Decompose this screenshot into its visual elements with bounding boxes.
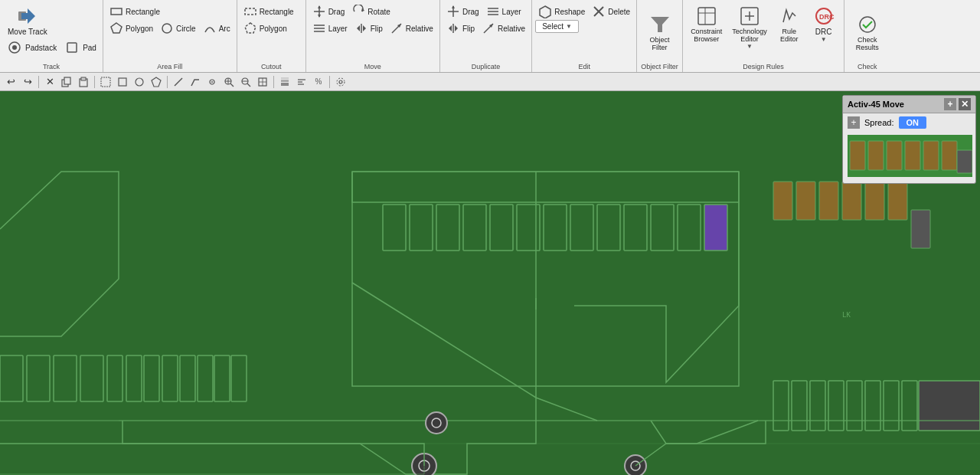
svg-rect-46: [119, 78, 126, 86]
panel-expand-button[interactable]: +: [944, 98, 956, 110]
circle-af-button[interactable]: Circle: [157, 20, 199, 37]
rule-editor-button[interactable]: RuleEditor: [773, 3, 806, 51]
sub-btn-zoom-in[interactable]: [221, 74, 237, 90]
panel-close-button[interactable]: ✕: [959, 98, 971, 110]
polygon-cut-button[interactable]: Polygon: [240, 20, 290, 37]
polygon-cut-icon: [243, 21, 257, 35]
svg-rect-5: [111, 8, 122, 15]
svg-rect-131: [957, 150, 972, 173]
sub-btn-sel-all[interactable]: [98, 74, 113, 90]
sub-btn-cut[interactable]: ✕: [42, 74, 57, 90]
svg-line-49: [175, 78, 182, 86]
svg-marker-26: [449, 25, 452, 31]
sub-btn-1[interactable]: ↪: [20, 74, 35, 90]
rotate-move-icon: [351, 5, 365, 18]
sub-btn-via[interactable]: [204, 74, 220, 90]
flip-move-icon: [354, 21, 368, 35]
pcb-canvas[interactable]: LK • Activ-45 Move + ✕ + Spread: ON: [0, 91, 980, 475]
svg-line-58: [247, 84, 250, 87]
sub-btn-poly-sel[interactable]: [149, 74, 164, 90]
svg-rect-129: [923, 141, 939, 170]
check-results-icon: [856, 13, 879, 36]
check-results-button[interactable]: CheckResults: [851, 11, 884, 53]
constraint-browser-button[interactable]: ConstraintBrowser: [686, 3, 727, 51]
svg-rect-8: [245, 8, 256, 15]
sub-btn-paste[interactable]: [76, 74, 91, 90]
spread-toggle-button[interactable]: ON: [899, 116, 927, 129]
rectangle-af-button[interactable]: Rectangle: [106, 3, 163, 20]
sub-btn-layers[interactable]: [277, 74, 292, 90]
via-1: [426, 412, 447, 434]
delete-button[interactable]: Delete: [589, 3, 633, 20]
padstack-button[interactable]: Padstack: [3, 38, 60, 57]
sub-btn-props[interactable]: [294, 74, 309, 90]
edit-group: Reshape Delete Select ▼ Edit: [532, 0, 637, 72]
select-button[interactable]: Select ▼: [535, 20, 579, 33]
sub-btn-rect-sel[interactable]: [115, 74, 130, 90]
arc-af-button[interactable]: Arc: [200, 20, 234, 37]
drc-button[interactable]: DRC DRC ▼: [807, 3, 841, 51]
rule-editor-icon: [778, 5, 801, 28]
drag-dup-button[interactable]: Drag: [443, 3, 482, 20]
svg-rect-89: [888, 182, 907, 220]
sub-btn-route[interactable]: [188, 74, 203, 90]
technology-editor-button[interactable]: TechnologyEditor ▼: [727, 3, 772, 51]
rotate-move-button[interactable]: Rotate: [348, 3, 393, 20]
relative-move-button[interactable]: Relative: [387, 20, 436, 37]
sub-sep-4: [329, 76, 330, 88]
drc-icon: DRC: [812, 5, 835, 28]
sub-btn-circ-sel[interactable]: [132, 74, 147, 90]
polygon-af-icon: [109, 21, 123, 35]
svg-marker-48: [152, 77, 161, 87]
technology-editor-arrow: ▼: [746, 43, 753, 50]
svg-rect-70: [0, 91, 980, 475]
track-group-label: Track: [0, 63, 103, 70]
svg-rect-4: [67, 43, 77, 52]
svg-marker-17: [357, 25, 360, 31]
sub-btn-fit[interactable]: [255, 74, 270, 90]
design-rules-group-label: Design Rules: [683, 63, 844, 70]
svg-rect-84: [773, 182, 792, 220]
relative-dup-icon: [482, 21, 495, 35]
circle-af-label: Circle: [176, 25, 196, 33]
drag-dup-icon: [446, 5, 460, 18]
edit-group-label: Edit: [532, 63, 636, 70]
cutout-group-label: Cutout: [237, 63, 305, 70]
padstack-label: Padstack: [25, 44, 57, 52]
layer-dup-button[interactable]: Layer: [483, 3, 524, 20]
layer-dup-label: Layer: [502, 8, 521, 16]
svg-rect-45: [101, 77, 110, 87]
move-track-button[interactable]: Move Track: [3, 3, 52, 38]
svg-rect-64: [281, 77, 289, 79]
flip-dup-button[interactable]: Flip: [443, 20, 478, 37]
polygon-af-button[interactable]: Polygon: [106, 20, 156, 37]
sub-btn-zoom-out[interactable]: [238, 74, 253, 90]
sub-btn-settings[interactable]: [333, 74, 348, 90]
main-toolbar: Move Track Padstack Pad Track Rec: [0, 0, 980, 73]
svg-point-7: [162, 24, 172, 33]
object-filter-button[interactable]: ObjectFilter: [643, 11, 677, 53]
layer-move-button[interactable]: Layer: [309, 20, 351, 37]
arc-af-icon: [203, 21, 217, 35]
svg-rect-86: [819, 182, 838, 220]
check-group-label: Check: [844, 63, 890, 70]
pad-button[interactable]: Pad: [60, 38, 100, 57]
svg-marker-6: [111, 23, 122, 33]
area-fill-group: Rectangle Polygon Circle Arc Area Fill: [103, 0, 237, 72]
move-group-label: Move: [306, 63, 439, 70]
flip-move-button[interactable]: Flip: [351, 20, 386, 37]
object-filter-icon: [648, 13, 671, 36]
sub-btn-line[interactable]: [171, 74, 186, 90]
rectangle-af-icon: [109, 5, 123, 18]
sub-btn-0[interactable]: ↩: [3, 74, 18, 90]
select-label: Select: [542, 22, 564, 31]
pad-icon: [64, 39, 80, 56]
drag-move-button[interactable]: Drag: [309, 3, 348, 20]
delete-label: Delete: [608, 8, 630, 16]
sub-btn-percent[interactable]: %: [311, 74, 326, 90]
sub-btn-copy[interactable]: [59, 74, 74, 90]
rectangle-cut-button[interactable]: Rectangle: [240, 3, 297, 20]
relative-dup-button[interactable]: Relative: [479, 20, 528, 37]
reshape-button[interactable]: Reshape: [535, 3, 588, 20]
svg-rect-85: [796, 182, 815, 220]
